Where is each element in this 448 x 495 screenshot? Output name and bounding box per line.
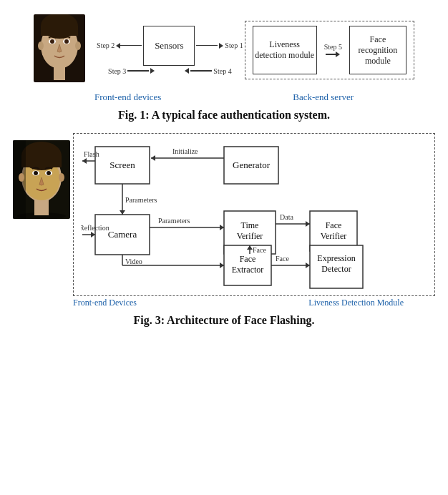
svg-text:Detector: Detector [321, 264, 351, 274]
svg-marker-50 [151, 155, 155, 161]
fig1-caption: Fig. 1: A typical face authentication sy… [118, 109, 330, 122]
svg-marker-53 [120, 210, 125, 215]
arrowhead-step3 [150, 68, 155, 74]
fig3-liveness-label: Liveness Detection Module [308, 298, 404, 308]
line-step4 [190, 70, 212, 72]
step2-label: Step 2 [97, 41, 115, 49]
line-step3 [127, 70, 149, 72]
fig3-caption: Fig. 3: Architecture of Face Flashing. [133, 314, 314, 327]
svg-text:Reflection: Reflection [81, 224, 109, 232]
fig1-backend-group: Liveness detection module Step 5 Face re… [245, 21, 414, 79]
svg-text:Flash: Flash [84, 150, 99, 158]
step5-arrow-group: Step 5 [324, 43, 342, 57]
svg-point-11 [38, 41, 44, 50]
figure-3-wrapper: Screen Generator Camera Time Verifier [14, 133, 434, 334]
svg-text:Face: Face [240, 254, 256, 264]
svg-text:Parameters: Parameters [158, 217, 190, 225]
svg-rect-20 [21, 156, 62, 167]
svg-marker-47 [82, 158, 87, 164]
sensors-box: Sensors [143, 26, 195, 66]
fig3-dashed-outer: Screen Generator Camera Time Verifier [73, 133, 435, 296]
step5-arrowhead [336, 52, 340, 57]
face-svg-fig1 [34, 14, 85, 82]
face-recognition-box: Face recognition module [349, 26, 406, 74]
fig3-flow-svg: Screen Generator Camera Time Verifier [81, 139, 410, 290]
svg-text:Extractor: Extractor [232, 265, 264, 275]
svg-marker-56 [91, 232, 95, 237]
step3-label: Step 3 [108, 67, 126, 75]
face-photo-fig3-container [13, 140, 70, 229]
fig1-sensors-group: Step 2 Sensors Step 1 [97, 26, 243, 75]
svg-point-24 [34, 171, 38, 175]
svg-marker-72 [306, 263, 310, 268]
step1-step4-arrows: Step 1 [196, 41, 243, 49]
svg-text:Face: Face [326, 220, 342, 230]
step5-label: Step 5 [324, 43, 342, 51]
svg-text:Verifier: Verifier [237, 231, 263, 241]
svg-marker-59 [220, 225, 224, 230]
fig3-bottom-labels: Front-end Devices Liveness Detection Mod… [13, 298, 435, 308]
face-svg-fig3 [13, 140, 70, 219]
arrowhead-right-step1 [219, 43, 223, 49]
svg-point-27 [59, 173, 64, 182]
face-photo-fig1 [34, 14, 89, 86]
svg-text:Face: Face [253, 246, 266, 254]
step1-label: Step 1 [225, 41, 243, 49]
svg-point-25 [47, 171, 51, 175]
svg-text:Generator: Generator [233, 160, 271, 170]
svg-text:Time: Time [241, 220, 259, 230]
step5-arrow [326, 52, 340, 57]
figure-container: Step 2 Sensors Step 1 [14, 7, 434, 334]
fig1-step1-2-row: Step 2 Sensors Step 1 [97, 26, 243, 66]
svg-text:Expression: Expression [317, 253, 355, 263]
svg-text:Verifier: Verifier [321, 231, 347, 241]
step1-row: Step 1 [196, 41, 243, 49]
frontend-label: Front-end devices [94, 92, 162, 103]
arrowhead-step4 [185, 68, 189, 74]
svg-point-9 [50, 39, 54, 44]
svg-rect-13 [54, 66, 65, 80]
fig3-content-area: Screen Generator Camera Time Verifier [13, 133, 435, 296]
fig1-labels-row: Front-end devices Back-end server [14, 92, 434, 103]
svg-text:Video: Video [125, 258, 142, 265]
svg-text:Screen: Screen [109, 160, 135, 170]
svg-marker-69 [220, 263, 224, 268]
svg-text:Initialize: Initialize [172, 147, 198, 155]
step2-arrow [116, 43, 142, 49]
step5-line [326, 54, 336, 55]
backend-label: Back-end server [293, 92, 354, 103]
svg-text:Parameters: Parameters [125, 196, 157, 204]
svg-text:Camera: Camera [108, 229, 137, 240]
frontend-label-fig3 [41, 220, 43, 229]
svg-text:Face: Face [276, 255, 289, 263]
svg-rect-6 [41, 26, 78, 36]
step4-row: Step 4 [185, 67, 231, 75]
liveness-box: Liveness detection module [253, 26, 317, 74]
line-step2 [120, 45, 142, 46]
svg-marker-62 [306, 221, 310, 227]
line-step1 [196, 45, 218, 46]
step4-label: Step 4 [213, 67, 231, 75]
fig1-diagram: Step 2 Sensors Step 1 [14, 7, 434, 89]
svg-point-10 [64, 39, 69, 44]
svg-point-26 [19, 173, 24, 182]
fig1-step3-4-row: Step 3 Step 4 [108, 67, 232, 75]
fig3-frontend-label: Front-end Devices [73, 298, 137, 308]
fig3-outer-container: Screen Generator Camera Time Verifier [14, 133, 434, 334]
figure-1-wrapper: Step 2 Sensors Step 1 [14, 7, 434, 129]
svg-point-12 [75, 41, 81, 50]
svg-text:Data: Data [280, 213, 293, 221]
